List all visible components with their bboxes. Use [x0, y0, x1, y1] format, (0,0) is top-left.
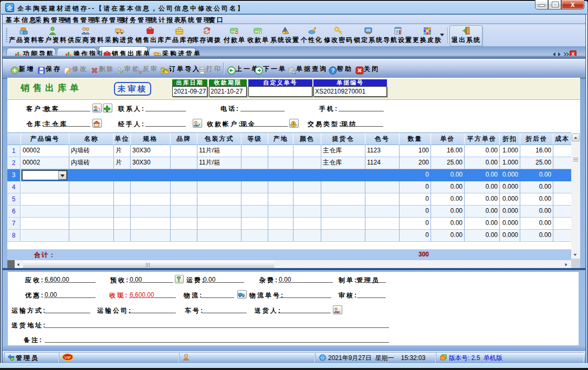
svg-text:$: $: [292, 121, 295, 126]
svg-text:?: ?: [331, 67, 335, 74]
svg-text:VIP: VIP: [65, 355, 72, 360]
